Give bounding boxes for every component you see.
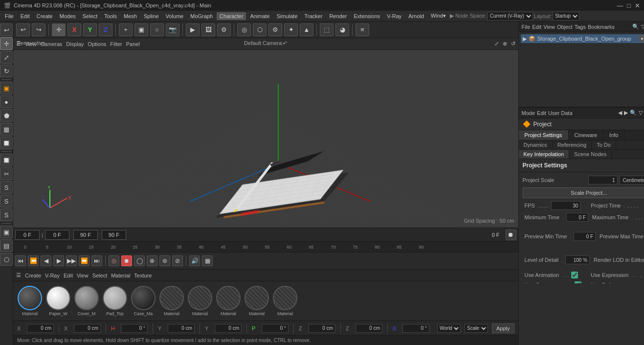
- uv-mode[interactable]: 🔲: [0, 137, 13, 149]
- render-to-pic[interactable]: 🖼: [201, 23, 215, 36]
- z-pos-input[interactable]: [309, 324, 335, 333]
- more-btn[interactable]: ≡: [355, 23, 369, 36]
- material-ball-2[interactable]: [74, 286, 99, 310]
- point-mode[interactable]: ●: [0, 95, 13, 108]
- tl-play-btn[interactable]: ▶: [53, 255, 64, 266]
- maximize-button[interactable]: □: [627, 2, 631, 9]
- objects-object[interactable]: Object: [557, 24, 573, 30]
- menu-create[interactable]: Create: [34, 12, 56, 20]
- poly-mode[interactable]: ▦: [0, 123, 13, 136]
- tl-mode5[interactable]: ⊚: [159, 255, 170, 266]
- snap-tool[interactable]: 🔲: [0, 154, 13, 166]
- menu-wind[interactable]: Wind▾: [428, 12, 449, 20]
- viewport-3d[interactable]: ☰ View Cameras Display Options Filter Pa…: [13, 38, 518, 228]
- render-view[interactable]: ▣: [0, 226, 13, 238]
- material-ball-6[interactable]: [188, 286, 212, 310]
- material-ball-9[interactable]: [273, 286, 297, 310]
- vp-icon2[interactable]: ⊕: [503, 41, 507, 47]
- y-size-input[interactable]: [215, 324, 242, 333]
- y-axis-btn[interactable]: Y: [83, 23, 97, 36]
- end-frame-input[interactable]: [73, 230, 98, 240]
- tl-mode1[interactable]: ◎: [109, 255, 119, 266]
- objects-bookmarks[interactable]: Bookmarks: [588, 24, 615, 30]
- menu-edit[interactable]: Edit: [18, 12, 33, 20]
- deform-btn[interactable]: ◎: [237, 23, 251, 36]
- material-item-4[interactable]: Case_Ma: [131, 286, 156, 316]
- objects-edit[interactable]: Edit: [532, 24, 541, 30]
- scale-project-button[interactable]: Scale Project...: [523, 187, 644, 198]
- attr-mode[interactable]: Mode: [522, 110, 535, 116]
- tl-prev-frame-btn[interactable]: ◀: [41, 255, 51, 266]
- menu-animate[interactable]: Animate: [247, 12, 272, 20]
- menu-simulate[interactable]: Simulate: [274, 12, 301, 20]
- material-ball-3[interactable]: [103, 286, 127, 310]
- tl-mode6[interactable]: ⊘: [172, 255, 183, 266]
- modifier-btn[interactable]: ⚙: [268, 23, 282, 36]
- title-bar-controls[interactable]: — □ ✕: [617, 2, 640, 9]
- use-anim-checkbox[interactable]: [571, 272, 578, 278]
- menu-render[interactable]: Render: [326, 12, 350, 20]
- h-rot-input[interactable]: [121, 324, 148, 333]
- vp-panel[interactable]: Panel: [126, 41, 140, 47]
- lod-input[interactable]: [565, 255, 590, 264]
- material-item-1[interactable]: Paper_W: [45, 286, 71, 316]
- x-size-input[interactable]: [74, 324, 101, 333]
- tl-mode3[interactable]: ◯: [134, 255, 145, 266]
- material-item-0[interactable]: Material: [17, 286, 43, 316]
- material-item-2[interactable]: Cover_M: [74, 286, 99, 316]
- objects-tags[interactable]: Tags: [575, 24, 586, 30]
- vp-filter[interactable]: Filter: [110, 41, 122, 47]
- material-item-6[interactable]: Material: [187, 286, 213, 316]
- generator-btn[interactable]: ⬡: [253, 23, 266, 36]
- fps-input[interactable]: [551, 201, 580, 210]
- object-mode[interactable]: ▣: [0, 82, 13, 94]
- render-settings[interactable]: ⚙: [217, 23, 231, 36]
- menu-character[interactable]: Character: [217, 12, 246, 20]
- sky-btn[interactable]: ◕: [335, 23, 349, 36]
- rotate-tool[interactable]: ↻: [0, 65, 13, 77]
- vp-display[interactable]: Display: [66, 41, 84, 47]
- weight-tool[interactable]: S: [0, 208, 13, 221]
- attr-back-icon[interactable]: ◀: [618, 110, 622, 116]
- attr-fwd-icon[interactable]: ▶: [624, 110, 628, 116]
- render-btn[interactable]: ▶: [186, 23, 200, 36]
- menu-volume[interactable]: Volume: [163, 12, 187, 20]
- tl-motion-btn[interactable]: ▦: [202, 255, 213, 266]
- vp-expand-icon[interactable]: ⤢: [494, 41, 499, 47]
- move-tool[interactable]: ✛: [0, 37, 13, 50]
- menu-modes[interactable]: Modes: [57, 12, 79, 20]
- minimize-button[interactable]: —: [617, 2, 623, 9]
- menu-mesh[interactable]: Mesh: [121, 12, 140, 20]
- texture-view[interactable]: ▤: [0, 239, 13, 252]
- subtab-todo[interactable]: To Do: [592, 140, 616, 149]
- tab-cineware[interactable]: Cineware: [569, 130, 603, 140]
- preview-min-input[interactable]: [574, 232, 596, 241]
- mat-vray[interactable]: V-Ray: [45, 273, 60, 278]
- tl-next-frame-btn[interactable]: ▶▶: [66, 255, 77, 266]
- close-button[interactable]: ✕: [635, 2, 640, 9]
- menu-tracker[interactable]: Tracker: [302, 12, 326, 20]
- tab-project-settings[interactable]: Project Settings: [519, 130, 569, 140]
- paint-tool[interactable]: S: [0, 195, 13, 207]
- project-scale-unit-select[interactable]: Centimeters: [620, 176, 644, 184]
- undo-tool[interactable]: ↩: [0, 23, 13, 36]
- subtab-scene-nodes[interactable]: Scene Nodes: [569, 150, 612, 159]
- p-rot-input[interactable]: [262, 324, 289, 333]
- obj-search-icon[interactable]: 🔍: [632, 23, 639, 30]
- x-pos-input[interactable]: [27, 324, 54, 333]
- material-item-5[interactable]: Material: [159, 286, 184, 316]
- attr-user-data[interactable]: User Data: [548, 110, 573, 116]
- menu-file[interactable]: File: [2, 12, 17, 20]
- mat-edit[interactable]: Edit: [64, 273, 73, 278]
- floor-btn[interactable]: ⬚: [320, 23, 333, 36]
- knife-tool[interactable]: ✂: [0, 167, 13, 180]
- null-btn[interactable]: ○: [150, 23, 164, 36]
- undo-btn[interactable]: ↩: [16, 23, 30, 36]
- tl-sound-btn[interactable]: 🔊: [189, 255, 200, 266]
- world-select[interactable]: World: [437, 324, 461, 333]
- x-axis-btn[interactable]: X: [67, 23, 81, 36]
- camera-btn[interactable]: 📷: [166, 23, 179, 36]
- mat-texture[interactable]: Texture: [134, 273, 152, 278]
- object-btn[interactable]: ▣: [134, 23, 148, 36]
- material-item-9[interactable]: Material: [272, 286, 298, 316]
